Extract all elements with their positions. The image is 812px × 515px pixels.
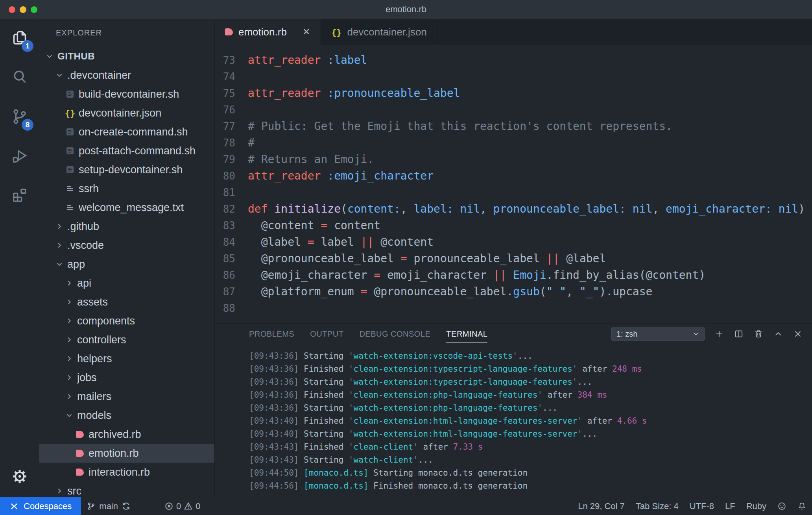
problems-button[interactable]: 0 0 xyxy=(159,497,206,515)
warning-count: 0 xyxy=(196,501,200,511)
tree-item-label: setup-devcontainer.sh xyxy=(79,164,183,176)
tree-item-components[interactable]: components xyxy=(39,311,214,330)
ruby-gem-icon xyxy=(76,469,84,476)
tree-item-label: helpers xyxy=(77,353,112,365)
code-text: def initialize(content:, label: nil, pro… xyxy=(248,201,812,217)
file-icon xyxy=(65,89,76,99)
tree-item-label: post-attach-command.sh xyxy=(79,145,196,157)
debug-icon xyxy=(11,147,29,167)
code-line: 88 xyxy=(215,300,812,317)
file-icon xyxy=(65,165,76,174)
status-cursor-position[interactable]: Ln 29, Col 7 xyxy=(572,497,630,515)
panel-tab-output[interactable]: OUTPUT xyxy=(310,324,343,344)
terminal-selector-dropdown[interactable]: 1: zsh xyxy=(611,327,705,341)
smiley-icon xyxy=(777,502,786,511)
line-number: 86 xyxy=(215,267,235,283)
panel-tab-problems[interactable]: PROBLEMS xyxy=(249,324,294,344)
maximize-panel-button[interactable] xyxy=(773,328,784,339)
panel-tab-debug-console[interactable]: DEBUG CONSOLE xyxy=(359,324,430,344)
line-number: 85 xyxy=(215,250,235,267)
line-number: 83 xyxy=(215,217,235,234)
chevron-up-icon xyxy=(773,329,783,339)
status-cursor-position-label: Ln 29, Col 7 xyxy=(578,501,625,511)
main-area: 18 EXPLORER GITHUB.devcontainerbuild-dev… xyxy=(0,19,812,497)
activity-extensions-button[interactable] xyxy=(0,176,39,216)
tree-item-label: devcontainer.json xyxy=(79,107,161,119)
chevron-right-icon xyxy=(55,487,64,495)
tree-item-ssrh[interactable]: ssrh xyxy=(39,179,214,198)
status-language-mode[interactable]: Ruby xyxy=(741,497,772,515)
tree-item-build-devcontainer-sh[interactable]: build-devcontainer.sh xyxy=(39,85,214,104)
tree-item-jobs[interactable]: jobs xyxy=(39,368,214,387)
close-window-button[interactable] xyxy=(9,6,15,13)
editor-tab-devcontainer-json[interactable]: {}devcontainer.json xyxy=(321,19,437,45)
tree-item-on-create-command-sh[interactable]: on-create-command.sh xyxy=(39,122,214,141)
activity-explorer-button[interactable]: 1 xyxy=(0,19,39,58)
terminal-line: [09:43:43] Starting 'watch-client'... xyxy=(249,454,812,467)
codespaces-remote-button[interactable]: Codespaces xyxy=(0,497,81,515)
terminal-selector-value: 1: zsh xyxy=(616,330,637,339)
tree-item-api[interactable]: api xyxy=(39,274,214,293)
panel-action-icons xyxy=(714,328,803,339)
minimize-window-button[interactable] xyxy=(20,6,26,13)
tab-label: devcontainer.json xyxy=(347,26,426,38)
tree-item-models[interactable]: models xyxy=(39,406,214,425)
terminal-line: [09:43:36] Starting 'watch-extension:vsc… xyxy=(249,350,812,363)
tree-item-label: GITHUB xyxy=(57,51,95,62)
tree-item-label: app xyxy=(67,258,85,270)
tree-item-label: .vscode xyxy=(67,239,104,252)
tree-item-post-attach-command-sh[interactable]: post-attach-command.sh xyxy=(39,141,214,160)
tree-item-app[interactable]: app xyxy=(39,255,214,274)
tree-item-assets[interactable]: assets xyxy=(39,293,214,311)
status-tab-size[interactable]: Tab Size: 4 xyxy=(630,497,684,515)
tree-item--github[interactable]: .github xyxy=(39,217,214,236)
ruby-file-icon xyxy=(225,26,233,38)
activity-settings-button[interactable] xyxy=(0,458,39,497)
window-controls xyxy=(9,0,37,19)
trash-icon xyxy=(753,329,764,339)
status-feedback[interactable] xyxy=(772,497,792,515)
tree-item-controllers[interactable]: controllers xyxy=(39,330,214,349)
git-branch-button[interactable]: main xyxy=(81,497,136,515)
tree-item-devcontainer-json[interactable]: {}devcontainer.json xyxy=(39,104,214,122)
code-text: attr_reader :label xyxy=(248,52,812,69)
tree-item-archived-rb[interactable]: archived.rb xyxy=(39,425,214,444)
status-eol[interactable]: LF xyxy=(720,497,741,515)
bell-icon xyxy=(797,502,806,511)
close-panel-button[interactable] xyxy=(792,328,803,339)
status-language-mode-label: Ruby xyxy=(746,501,766,511)
panel-tabs: PROBLEMSOUTPUTDEBUG CONSOLETERMINAL xyxy=(249,324,487,344)
tree-item-label: emotion.rb xyxy=(89,447,139,459)
split-terminal-button[interactable] xyxy=(733,328,744,339)
new-terminal-button[interactable] xyxy=(714,328,725,339)
status-encoding[interactable]: UTF-8 xyxy=(684,497,720,515)
chevron-right-icon xyxy=(65,354,74,363)
status-notifications[interactable] xyxy=(792,497,812,515)
tree-item-src[interactable]: src xyxy=(39,482,214,497)
tree-item-welcome-message-txt[interactable]: welcome_message.txt xyxy=(39,198,214,217)
activity-spacer xyxy=(0,216,39,458)
tree-item-helpers[interactable]: helpers xyxy=(39,349,214,368)
activity-source-control-button[interactable]: 8 xyxy=(0,98,39,137)
tree-item-interaction-rb[interactable]: interaction.rb xyxy=(39,463,214,482)
line-number: 87 xyxy=(215,283,235,300)
close-tab-icon[interactable]: ✕ xyxy=(303,26,310,37)
editor-tab-emotion-rb[interactable]: emotion.rb✕ xyxy=(215,19,321,45)
tree-item-emotion-rb[interactable]: emotion.rb xyxy=(39,444,214,463)
chevron-right-icon xyxy=(55,241,64,250)
panel-tab-terminal[interactable]: TERMINAL xyxy=(446,324,487,344)
terminal-output[interactable]: [09:43:36] Starting 'watch-extension:vsc… xyxy=(215,344,812,497)
code-editor[interactable]: 73attr_reader :label7475attr_reader :pro… xyxy=(215,45,812,323)
tree-item--vscode[interactable]: .vscode xyxy=(39,236,214,255)
tree-item-github[interactable]: GITHUB xyxy=(39,47,214,66)
terminal-line: [09:43:36] Starting 'watch-extension:php… xyxy=(249,402,812,415)
tree-item-setup-devcontainer-sh[interactable]: setup-devcontainer.sh xyxy=(39,160,214,179)
line-number: 74 xyxy=(215,69,235,85)
activity-run-debug-button[interactable] xyxy=(0,137,39,176)
kill-terminal-button[interactable] xyxy=(753,328,764,339)
activity-search-button[interactable] xyxy=(0,58,39,98)
zoom-window-button[interactable] xyxy=(31,6,37,13)
terminal-line: [09:44:56] [monaco.d.ts] Finished monaco… xyxy=(249,480,812,493)
tree-item-mailers[interactable]: mailers xyxy=(39,387,214,406)
tree-item--devcontainer[interactable]: .devcontainer xyxy=(39,66,214,85)
